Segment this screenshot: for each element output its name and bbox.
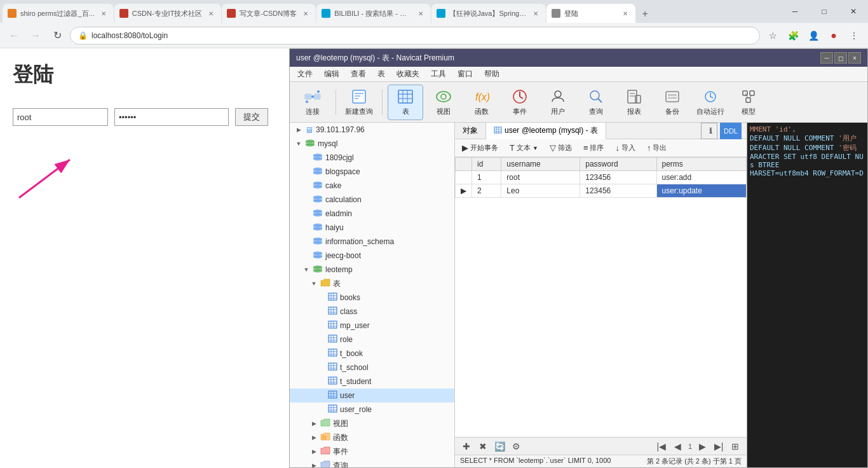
info-icon-btn[interactable]: ℹ (701, 123, 717, 139)
menu-item-帮助[interactable]: 帮助 (479, 67, 505, 81)
tree-item-cake[interactable]: cake (290, 179, 454, 193)
tree-item-mp_user[interactable]: mp_user (290, 319, 454, 333)
forward-button[interactable]: → (27, 27, 44, 45)
cell-password[interactable]: 123456 (580, 171, 656, 184)
tree-item-user_role[interactable]: user_role (290, 403, 454, 416)
menu-item-收藏夹[interactable]: 收藏夹 (391, 67, 424, 81)
cell-username[interactable]: root (501, 171, 580, 184)
close-button[interactable]: ✕ (839, 1, 868, 22)
table-row[interactable]: ▶2Leo123456user:update (456, 184, 747, 198)
extensions-icon[interactable]: 🧩 (784, 27, 802, 45)
password-input[interactable] (114, 108, 229, 126)
tree-item-1809cjgl[interactable]: 1809cjgl (290, 151, 454, 165)
tree-item-user[interactable]: user (290, 389, 454, 403)
toolbar-btn-事件[interactable]: 事件 (502, 85, 538, 120)
add-row-btn[interactable]: ✚ (460, 440, 473, 453)
toolbar-btn-报表[interactable]: 报表 (616, 85, 652, 120)
cell-username[interactable]: Leo (501, 184, 580, 198)
content-tab-对象[interactable]: 对象 (455, 123, 486, 139)
cell-perms[interactable]: user:update (656, 184, 747, 198)
navicat-close-btn[interactable]: × (848, 52, 861, 64)
tree-item-t_student[interactable]: t_student (290, 375, 454, 389)
minimize-button[interactable]: ─ (780, 1, 810, 22)
toolbar-btn-连接[interactable]: 连接 (295, 85, 330, 120)
tab-close-btn[interactable]: ✕ (531, 8, 541, 18)
new-tab-button[interactable]: + (636, 5, 654, 23)
view-toggle-btn[interactable]: ⊞ (729, 440, 742, 453)
settings-icon[interactable]: ● (825, 27, 843, 45)
delete-row-btn[interactable]: ✖ (477, 440, 489, 453)
nav-next-btn[interactable]: ▶ (696, 440, 709, 453)
settings-bottom-btn[interactable]: ⚙ (510, 440, 522, 453)
ddl-btn[interactable]: DDL (720, 123, 742, 139)
content-tab-user @leotemp (mysql) - 表[interactable]: user @leotemp (mysql) - 表 (486, 123, 606, 139)
col-header-password[interactable]: password (580, 158, 656, 171)
navicat-minimize-btn[interactable]: ─ (820, 52, 833, 64)
cell-id[interactable]: 1 (472, 171, 501, 184)
nav-prev-btn[interactable]: ◀ (672, 440, 684, 453)
nav-last-btn[interactable]: ▶| (712, 440, 725, 453)
tree-item-haiyu[interactable]: haiyu (290, 221, 454, 235)
tab-close-btn[interactable]: ✕ (206, 8, 216, 18)
browser-tab-tab5[interactable]: 【狂神说Java】SpringB... ✕ (431, 4, 546, 23)
url-bar[interactable]: 🔒 localhost:8080/toLogin (70, 27, 760, 45)
more-icon[interactable]: ⋮ (845, 27, 863, 45)
tree-item-事件[interactable]: ▶事件 (290, 444, 454, 458)
menu-item-窗口[interactable]: 窗口 (452, 67, 478, 81)
toolbar-btn-备份[interactable]: 备份 (654, 85, 690, 120)
import-btn[interactable]: ↓ 导入 (611, 141, 640, 155)
toolbar-btn-表[interactable]: 表 (388, 85, 423, 120)
tree-item-eladmin[interactable]: eladmin (290, 207, 454, 221)
tree-item-role[interactable]: role (290, 333, 454, 347)
tree-item-查询[interactable]: ▶查询 (290, 458, 454, 467)
tree-item-leotemp[interactable]: ▼leotemp (290, 263, 454, 277)
maximize-button[interactable]: □ (810, 1, 839, 22)
tree-item-t_book[interactable]: t_book (290, 347, 454, 361)
star-icon[interactable]: ☆ (764, 27, 782, 45)
col-header-username[interactable]: username (501, 158, 580, 171)
cell-password[interactable]: 123456 (580, 184, 656, 198)
tree-item-books[interactable]: books (290, 291, 454, 305)
menu-item-文件[interactable]: 文件 (292, 67, 318, 81)
tree-item-函数[interactable]: ▶fx函数 (290, 430, 454, 444)
menu-item-查看[interactable]: 查看 (346, 67, 371, 81)
export-btn[interactable]: ↑ 导出 (642, 141, 672, 155)
begin-transaction-btn[interactable]: ▶ 开始事务 (458, 141, 503, 155)
reload-button[interactable]: ↻ (48, 27, 66, 45)
toolbar-btn-查询[interactable]: 查询 (578, 85, 614, 120)
profile-icon[interactable]: 👤 (804, 27, 822, 45)
cell-id[interactable]: 2 (472, 184, 501, 198)
cell-perms[interactable]: user:add (656, 171, 747, 184)
col-header-perms[interactable]: perms (656, 158, 747, 171)
browser-tab-tab4[interactable]: BILIBILI - 搜索结果 - 哔哔... ✕ (316, 4, 431, 23)
submit-button[interactable]: 提交 (235, 108, 268, 126)
refresh-btn[interactable]: 🔄 (493, 440, 506, 453)
tree-item-blogspace[interactable]: blogspace (290, 165, 454, 179)
menu-item-工具[interactable]: 工具 (426, 67, 451, 81)
browser-tab-tab2[interactable]: CSDN-专业IT技术社区 ✕ (114, 4, 222, 23)
toolbar-btn-模型[interactable]: 模型 (731, 85, 766, 120)
sort-btn[interactable]: ≡ 排序 (579, 141, 609, 155)
browser-tab-tab1[interactable]: shiro perms过滤器_百... ✕ (3, 4, 114, 23)
tree-item-calculation[interactable]: calculation (290, 193, 454, 207)
toolbar-btn-新建查询[interactable]: 新建查询 (341, 85, 377, 120)
tab-close-btn[interactable]: ✕ (301, 8, 311, 18)
tree-item-t_school[interactable]: t_school (290, 361, 454, 375)
tree-item-information_schema[interactable]: information_schema (290, 235, 454, 249)
toolbar-btn-自动运行[interactable]: 自动运行 (693, 85, 728, 120)
filter-btn[interactable]: ▽ 筛选 (545, 141, 576, 155)
menu-item-编辑[interactable]: 编辑 (319, 67, 344, 81)
toolbar-btn-视图[interactable]: 视图 (426, 85, 461, 120)
tree-item-class[interactable]: class (290, 305, 454, 319)
nav-first-btn[interactable]: |◀ (655, 440, 668, 453)
navicat-restore-btn[interactable]: ◻ (834, 52, 847, 64)
toolbar-btn-用户[interactable]: 用户 (540, 85, 576, 120)
tree-item-视图[interactable]: ▶视图 (290, 416, 454, 430)
back-button[interactable]: ← (5, 27, 23, 45)
text-btn[interactable]: T 文本 ▼ (505, 141, 543, 155)
browser-tab-tab3[interactable]: 写文章-CSDN博客 ✕ (222, 4, 316, 23)
toolbar-btn-函数[interactable]: f(x)函数 (464, 85, 499, 120)
menu-item-表[interactable]: 表 (372, 67, 390, 81)
tree-item-mysql[interactable]: ▼mysql (290, 137, 454, 151)
tree-item-表[interactable]: ▼表 (290, 277, 454, 291)
